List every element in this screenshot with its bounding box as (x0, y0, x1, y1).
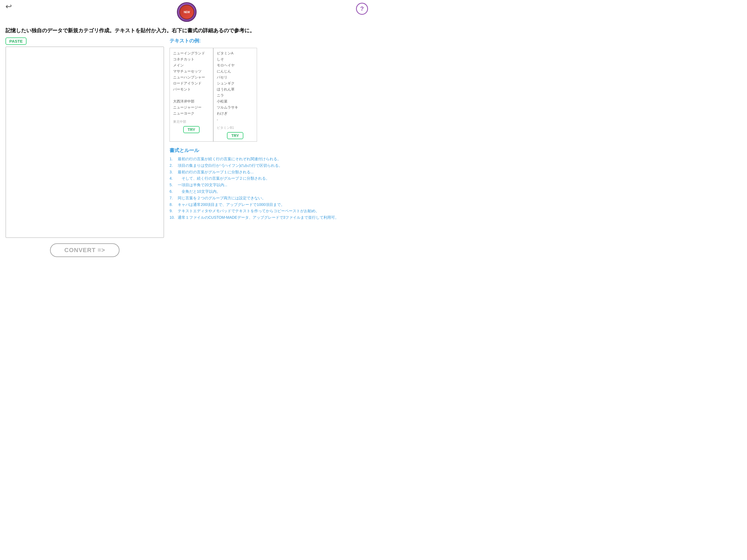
example-box-2-group-label: ビタミンB1 (217, 125, 254, 130)
example-boxes: ニューイングランド コネチカット メイン マサチューセッツ ニューハンプシャー … (170, 48, 368, 142)
example-box-1-group-label: 東北中部 (173, 119, 210, 124)
left-panel: PASTE CONVERT => (5, 37, 164, 257)
logo-circle: NEW (177, 2, 197, 22)
text-area-wrapper (5, 47, 164, 238)
rule-item: 9.テキストエディタやメモパッドでテキストを作ってからコピーペーストがお勧め。 (170, 208, 368, 214)
logo-inner: NEW (179, 5, 194, 19)
try-button-1[interactable]: TRY (183, 126, 199, 133)
try-button-2[interactable]: TRY (227, 132, 243, 139)
example-box-1-try-container: TRY (173, 126, 210, 133)
main-layout: PASTE CONVERT => テキストの例: ニューイングランド コネチカッ… (0, 36, 374, 257)
rule-item: 5.一項目は半角で20文字以内... (170, 182, 368, 188)
rule-text: 項目の集まりは空白行か'-'(ハイフン)のみの行で区切られる。 (178, 162, 368, 169)
paste-button[interactable]: PASTE (5, 37, 27, 45)
example-box-2-try-container: TRY (217, 132, 254, 139)
right-panel: テキストの例: ニューイングランド コネチカット メイン マサチューセッツ ニュ… (170, 37, 368, 257)
rules-list: 1.最初の行の言葉が続く行の言葉にそれぞれ関連付けられる。2.項目の集まりは空白… (170, 156, 368, 221)
back-button[interactable]: ↩ (5, 3, 12, 10)
rule-text: テキストエディタやメモパッドでテキストを作ってからコピーペーストがお勧め。 (178, 208, 368, 214)
rule-text: 通常１ファイルのCUSTOM-MADEデータ、アップグレードで3ファイルまで並行… (178, 214, 368, 221)
rule-text: 最初の行の言葉がグループ１に分類される... (178, 169, 368, 176)
rule-item: 4. そして、続く行の言葉がグループ２に分類される。 (170, 175, 368, 182)
rules-title: 書式とルール (170, 147, 368, 154)
convert-btn-container: CONVERT => (5, 244, 164, 257)
rule-text: キャパは通常200項目まで、アップグレードで1000項目まで。 (178, 202, 368, 208)
logo-text: NEW (184, 11, 190, 14)
rule-item: 6. 全角だと10文字以内。 (170, 188, 368, 195)
rule-text: そして、続く行の言葉がグループ２に分類される。 (178, 175, 368, 182)
rules-section: 書式とルール 1.最初の行の言葉が続く行の言葉にそれぞれ関連付けられる。2.項目… (170, 147, 368, 221)
example-box-2-items: ビタミンA しそ モロヘイヤ にんじん パセリ シュンギク ほうれん草 ニラ 小… (217, 50, 254, 123)
header: ↩ NEW ? (0, 0, 374, 24)
rule-text: 最初の行の言葉が続く行の言葉にそれぞれ関連付けられる。 (178, 156, 368, 162)
rule-item: 8.キャパは通常200項目まで、アップグレードで1000項目まで。 (170, 202, 368, 208)
example-box-2: ビタミンA しそ モロヘイヤ にんじん パセリ シュンギク ほうれん草 ニラ 小… (213, 48, 257, 142)
rule-item: 7.同じ言葉を２つのグループ両方には設定できない。 (170, 195, 368, 202)
rule-text: 一項目は半角で20文字以内... (178, 182, 368, 188)
example-box-1: ニューイングランド コネチカット メイン マサチューセッツ ニューハンプシャー … (170, 48, 213, 142)
logo: NEW (177, 2, 197, 22)
rule-text: 全角だと10文字以内。 (178, 188, 368, 195)
rule-item: 10.通常１ファイルのCUSTOM-MADEデータ、アップグレードで3ファイルま… (170, 214, 368, 221)
input-textarea[interactable] (6, 47, 163, 237)
example-box-1-items: ニューイングランド コネチカット メイン マサチューセッツ ニューハンプシャー … (173, 50, 210, 117)
rule-item: 3.最初の行の言葉がグループ１に分類される... (170, 169, 368, 176)
help-button[interactable]: ? (356, 3, 368, 15)
example-label: テキストの例: (170, 37, 368, 44)
rule-text: 同じ言葉を２つのグループ両方には設定できない。 (178, 195, 368, 202)
page-title: 記憶したい独自のデータで新規カテゴリ作成。テキストを貼付か入力。右下に書式の詳細… (0, 24, 374, 36)
rule-item: 2.項目の集まりは空白行か'-'(ハイフン)のみの行で区切られる。 (170, 162, 368, 169)
convert-button[interactable]: CONVERT => (50, 244, 119, 257)
rule-item: 1.最初の行の言葉が続く行の言葉にそれぞれ関連付けられる。 (170, 156, 368, 162)
